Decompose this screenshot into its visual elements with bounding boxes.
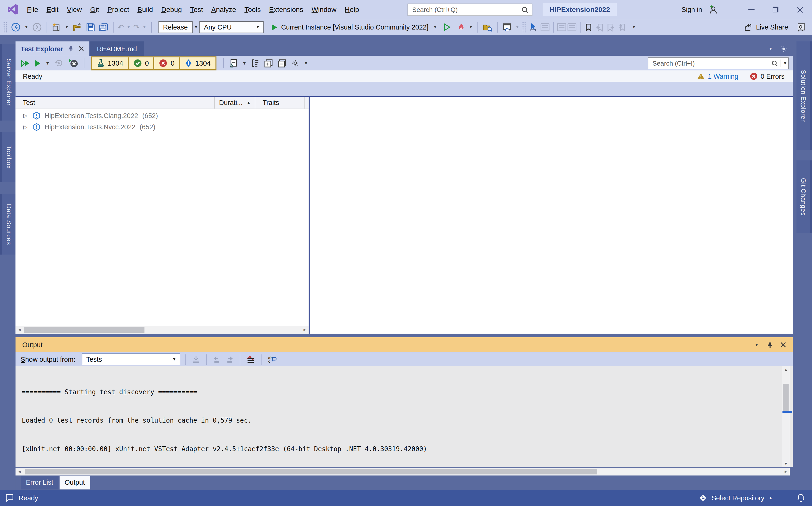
expand-all-button[interactable] xyxy=(263,58,274,68)
menu-project[interactable]: Project xyxy=(103,0,133,19)
run-chevron-icon[interactable]: ▼ xyxy=(45,61,51,66)
output-source-dropdown[interactable]: Tests ▼ xyxy=(82,353,180,365)
menu-extensions[interactable]: Extensions xyxy=(265,0,308,19)
scroll-right-button[interactable]: ► xyxy=(301,328,309,332)
pin-icon[interactable] xyxy=(68,46,74,52)
toolbar-overflow-chevron-icon[interactable]: ▼ xyxy=(631,25,637,29)
scroll-right-button[interactable]: ► xyxy=(782,469,790,474)
indent-increase-icon[interactable] xyxy=(568,23,577,31)
scrollbar-thumb[interactable] xyxy=(25,469,597,475)
sidebar-tab-server-explorer[interactable]: Server Explorer xyxy=(0,44,15,120)
scrollbar-track[interactable] xyxy=(23,468,782,476)
open-file-button[interactable] xyxy=(71,21,83,33)
scrollbar-track[interactable] xyxy=(23,326,301,334)
scroll-up-button[interactable]: ▲ xyxy=(782,367,790,372)
column-header-traits[interactable]: Traits xyxy=(255,97,304,109)
window-layout-button[interactable] xyxy=(501,22,513,32)
close-icon[interactable] xyxy=(781,342,786,348)
expander-icon[interactable]: ▷ xyxy=(23,112,28,118)
close-button[interactable] xyxy=(788,0,812,19)
indent-decrease-icon[interactable] xyxy=(557,23,566,31)
pointer-mode-button[interactable] xyxy=(529,22,539,32)
next-bookmark-button[interactable] xyxy=(606,22,616,32)
failed-tests-badge[interactable]: 0 xyxy=(154,57,180,69)
start-chevron-icon[interactable]: ▼ xyxy=(432,25,438,29)
sidebar-tab-data-sources[interactable]: Data Sources xyxy=(0,194,15,254)
toggle-bookmark-button[interactable] xyxy=(584,22,593,32)
next-message-button[interactable] xyxy=(224,355,234,364)
menu-analyze[interactable]: Analyze xyxy=(207,0,240,19)
sidebar-tab-toolbox[interactable]: Toolbox xyxy=(0,132,15,182)
scroll-left-button[interactable]: ◄ xyxy=(15,328,23,332)
run-tests-button[interactable] xyxy=(33,58,42,68)
expander-icon[interactable]: ▷ xyxy=(23,124,28,130)
scrollbar-thumb[interactable] xyxy=(783,384,789,411)
undo-icon[interactable]: ↶ xyxy=(118,23,124,31)
navigate-forward-button[interactable] xyxy=(31,21,43,33)
scrollbar-thumb[interactable] xyxy=(24,327,144,333)
sidebar-tab-solution-explorer[interactable]: Solution Explorer xyxy=(797,41,812,150)
hot-reload-button[interactable] xyxy=(456,22,466,32)
start-debugging-button[interactable]: Current Instance [Visual Studio Communit… xyxy=(271,23,438,31)
save-all-button[interactable] xyxy=(98,21,110,33)
menu-tools[interactable]: Tools xyxy=(240,0,265,19)
window-position-chevron-icon[interactable]: ▼ xyxy=(754,342,760,347)
window-layout-chevron-icon[interactable]: ▼ xyxy=(514,25,520,29)
tab-output[interactable]: Output xyxy=(59,476,90,489)
sidebar-tab-git-changes[interactable]: Git Changes xyxy=(797,160,812,233)
clear-bookmarks-button[interactable] xyxy=(617,22,627,32)
menu-help[interactable]: Help xyxy=(340,0,363,19)
gear-icon[interactable] xyxy=(780,45,788,53)
search-options-chevron-icon[interactable]: ▼ xyxy=(782,61,788,66)
menu-view[interactable]: View xyxy=(63,0,86,19)
menu-build[interactable]: Build xyxy=(133,0,157,19)
test-search-box[interactable]: ▼ xyxy=(648,58,789,69)
cancel-run-button[interactable] xyxy=(67,58,79,69)
find-in-files-button[interactable] xyxy=(482,21,493,33)
toolbar-grip[interactable] xyxy=(522,21,526,33)
pin-icon[interactable] xyxy=(767,342,773,348)
playlist-button[interactable] xyxy=(228,58,239,68)
previous-message-button[interactable] xyxy=(211,355,221,364)
previous-bookmark-button[interactable] xyxy=(595,22,605,32)
output-title-bar[interactable]: Output ▼ xyxy=(15,337,793,352)
solution-platform-dropdown[interactable]: Any CPU ▼ xyxy=(199,21,264,33)
warnings-link[interactable]: 1 Warning xyxy=(708,72,738,80)
scroll-down-button[interactable]: ▼ xyxy=(782,461,790,466)
scroll-left-button[interactable]: ◄ xyxy=(15,469,23,474)
new-project-chevron-icon[interactable]: ▼ xyxy=(64,25,70,29)
hot-reload-chevron-icon[interactable]: ▼ xyxy=(468,25,474,29)
column-header-duration[interactable]: Durati... ▲ xyxy=(215,97,255,109)
close-icon[interactable] xyxy=(79,46,84,51)
repository-picker[interactable]: Select Repository ▲ xyxy=(699,494,772,503)
tab-error-list[interactable]: Error List xyxy=(21,476,58,489)
menu-test[interactable]: Test xyxy=(186,0,207,19)
passed-tests-badge[interactable]: 0 xyxy=(129,57,154,69)
feedback-button[interactable] xyxy=(5,494,14,503)
tab-test-explorer[interactable]: Test Explorer xyxy=(15,41,89,56)
toolbar-grip[interactable] xyxy=(3,21,7,33)
quick-search-box[interactable] xyxy=(408,3,532,16)
solution-name-badge[interactable]: HIPExtension2022 xyxy=(543,3,617,16)
not-run-tests-badge[interactable]: 1304 xyxy=(180,57,215,69)
minimize-button[interactable] xyxy=(739,0,763,19)
menu-file[interactable]: File xyxy=(23,0,42,19)
collapse-all-button[interactable] xyxy=(276,58,287,68)
save-button[interactable] xyxy=(85,21,96,33)
window-list-chevron-icon[interactable]: ▼ xyxy=(767,47,773,51)
redo-icon[interactable]: ↷ xyxy=(133,23,140,31)
navigate-backward-button[interactable] xyxy=(10,21,22,33)
navigate-to-source-icon[interactable] xyxy=(541,23,550,31)
total-tests-badge[interactable]: 1304 xyxy=(92,57,129,69)
column-header-test[interactable]: Test xyxy=(15,97,215,109)
word-wrap-button[interactable]: abc xyxy=(266,354,277,364)
settings-chevron-icon[interactable]: ▼ xyxy=(303,61,309,66)
warnings-group[interactable]: 1 Warning xyxy=(697,72,738,80)
group-by-button[interactable] xyxy=(250,58,261,68)
navigate-back-chevron-icon[interactable]: ▼ xyxy=(23,25,29,29)
start-without-debugging-button[interactable] xyxy=(443,22,452,32)
run-all-tests-button[interactable] xyxy=(20,58,30,68)
menu-git[interactable]: Git xyxy=(86,0,103,19)
undo-chevron-icon[interactable]: ▼ xyxy=(125,25,132,29)
notifications-button[interactable] xyxy=(797,494,805,503)
